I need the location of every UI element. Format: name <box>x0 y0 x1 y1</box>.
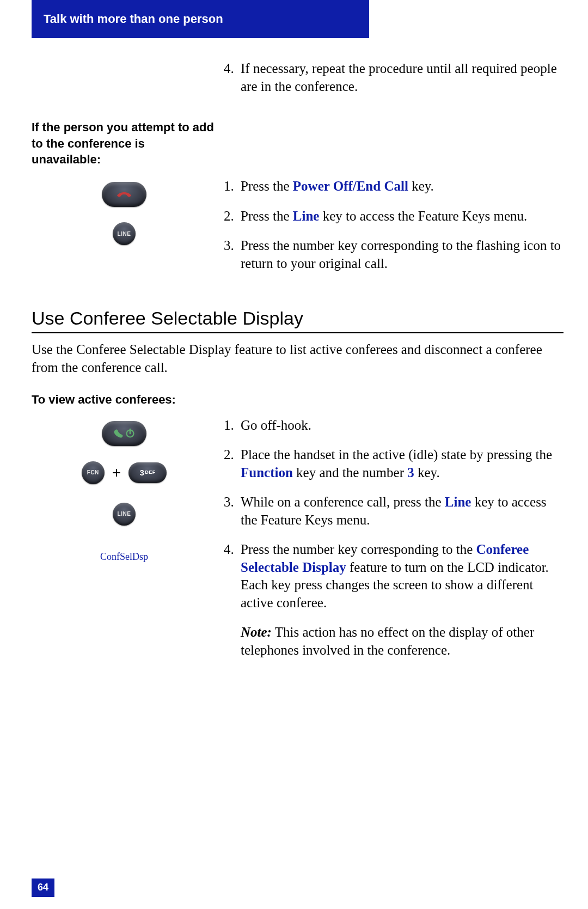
row-view-conferees: FCN + 3 DEF LINE ConfSelDsp <box>32 417 564 660</box>
unavailable-step-1: Press the Power Off/End Call key. <box>237 178 564 196</box>
txt: key and the number <box>293 465 407 480</box>
txt: Place the handset in the active (idle) s… <box>241 447 552 462</box>
fcn-button-label: FCN <box>87 469 99 476</box>
row-step4: If necessary, repeat the procedure until… <box>32 60 564 107</box>
line-button-icon-2: LINE <box>113 503 136 526</box>
em: Power Off/End Call <box>293 179 408 193</box>
step4: If necessary, repeat the procedure until… <box>237 60 564 95</box>
txt: While on a conference call, press the <box>241 495 445 509</box>
em: Function <box>241 465 293 480</box>
step-list-unavailable: Press the Power Off/End Call key. Press … <box>217 178 564 272</box>
right-step4: If necessary, repeat the procedure until… <box>217 60 564 107</box>
manual-page: Talk with more than one person If necess… <box>0 0 588 909</box>
view-note: Note: This action has no effect on the d… <box>241 624 564 659</box>
txt: key. <box>408 179 434 193</box>
em: Line <box>445 495 471 509</box>
fcn-button-icon: FCN <box>82 461 105 484</box>
txt: key. <box>414 465 440 480</box>
txt: Press the number key corresponding to th… <box>241 542 476 557</box>
em: 3 <box>407 465 414 480</box>
row-unavailable: LINE Press the Power Off/End Call key. P… <box>32 178 564 284</box>
view-step-4: Press the number key corresponding to th… <box>237 541 564 612</box>
call-power-button-icon <box>102 421 146 446</box>
txt: Press the <box>241 209 293 223</box>
view-conferees-buttons: FCN + 3 DEF LINE ConfSelDsp <box>32 417 217 563</box>
note-body: This action has no effect on the display… <box>241 625 534 657</box>
button-stack-1: LINE <box>32 182 217 245</box>
txt: key to access the Feature Keys menu. <box>319 209 527 223</box>
view-conferees-heading: To view active conferees: <box>32 392 564 408</box>
key3-num: 3 <box>140 467 145 478</box>
unavailable-steps: Press the Power Off/End Call key. Press … <box>217 178 564 284</box>
em: Line <box>293 209 320 223</box>
page-header: Talk with more than one person <box>32 0 369 38</box>
view-step-3: While on a conference call, press the Li… <box>237 493 564 529</box>
view-conferees-steps: Go off-hook. Place the handset in the ac… <box>217 417 564 660</box>
view-step-2: Place the handset in the active (idle) s… <box>237 446 564 481</box>
line-button-label-2: LINE <box>118 510 131 517</box>
hangup-icon <box>115 189 133 200</box>
note-label: Note: <box>241 625 272 639</box>
unavailable-step-2: Press the Line key to access the Feature… <box>237 208 564 225</box>
fcn-plus-3-row: FCN + 3 DEF <box>82 461 167 484</box>
step-list-top: If necessary, repeat the procedure until… <box>217 60 564 95</box>
plus-sign: + <box>112 463 121 483</box>
line-button-icon: LINE <box>113 222 136 245</box>
unavailable-buttons: LINE <box>32 178 217 245</box>
view-step-1: Go off-hook. <box>237 417 564 435</box>
txt: Press the <box>241 179 293 193</box>
step-list-view: Go off-hook. Place the handset in the ac… <box>217 417 564 612</box>
unavailable-step-3: Press the number key corresponding to th… <box>237 237 564 272</box>
key-3-def-button-icon: 3 DEF <box>128 462 167 483</box>
header-title: Talk with more than one person <box>44 11 223 27</box>
feature-name-label: ConfSelDsp <box>100 551 148 563</box>
power-off-end-call-button-icon <box>102 182 146 207</box>
unavailable-heading: If the person you attempt to add to the … <box>32 119 217 168</box>
call-and-power-icon <box>112 427 137 440</box>
page-number: 64 <box>32 879 54 897</box>
line-button-label: LINE <box>118 230 131 237</box>
page-content: If necessary, repeat the procedure until… <box>32 60 564 659</box>
key3-sub: DEF <box>145 469 156 476</box>
section-heading: Use Conferee Selectable Display <box>32 306 564 333</box>
section-intro: Use the Conferee Selectable Display feat… <box>32 341 564 376</box>
button-stack-2: FCN + 3 DEF LINE ConfSelDsp <box>32 421 217 563</box>
